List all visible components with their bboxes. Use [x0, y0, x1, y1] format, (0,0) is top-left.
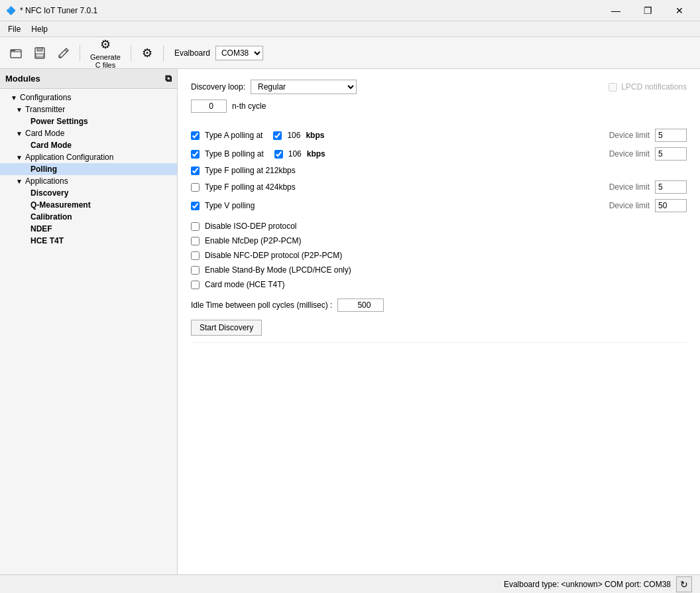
type-b-row: Type B polling at 106 kbps Device limit	[191, 147, 687, 161]
type-b-freq-value: 106	[288, 149, 302, 159]
toolbar-sep-2	[131, 45, 131, 61]
type-a-kbps: kbps	[306, 131, 325, 140]
sidebar-item-power-settings[interactable]: Power Settings	[0, 115, 177, 127]
generate-line1: Generate	[90, 53, 121, 61]
type-f-212-label: Type F polling at 212kbps	[205, 166, 296, 175]
window-title: * NFC IoT Tuner 7.0.1	[20, 6, 601, 15]
disable-iso-dep-label: Disable ISO-DEP protocol	[205, 222, 297, 231]
disable-nfc-dep-label: Disable NFC-DEP protocol (P2P-PCM)	[205, 251, 342, 260]
discovery-loop-section: Discovery loop: Regular Advanced n-th cy…	[191, 80, 357, 122]
type-a-checkbox[interactable]	[191, 131, 200, 140]
lpcd-checkbox[interactable]	[609, 83, 617, 92]
settings-button[interactable]: ⚙	[137, 42, 158, 64]
card-mode-hce-label: Card mode (HCE T4T)	[205, 280, 284, 289]
type-b-checkbox[interactable]	[191, 150, 200, 159]
card-mode-hce-row: Card mode (HCE T4T)	[191, 280, 687, 289]
sidebar-item-calibration[interactable]: Calibration	[0, 211, 177, 223]
type-b-device-limit-label: Device limit	[609, 149, 650, 159]
restore-button[interactable]: ❐	[632, 0, 663, 21]
type-f-212-checkbox[interactable]	[191, 166, 200, 175]
disable-nfc-dep-row: Disable NFC-DEP protocol (P2P-PCM)	[191, 251, 687, 260]
sidebar-item-polling[interactable]: Polling	[0, 163, 177, 175]
sidebar: Modules ⧉ ▼ Configurations ▼ Transmitter…	[0, 69, 178, 574]
expand-arrow-icon: ▼	[11, 94, 17, 101]
minimize-button[interactable]: —	[601, 0, 631, 21]
enable-nfcdep-label: Enable NfcDep (P2P-PCM)	[205, 236, 301, 245]
sidebar-collapse-icon[interactable]: ⧉	[165, 73, 172, 84]
open-button[interactable]	[5, 42, 27, 64]
generate-line2: C files	[95, 61, 116, 69]
app-icon: 🔷	[5, 5, 16, 16]
sidebar-header: Modules ⧉	[0, 69, 177, 89]
type-b-kbps: kbps	[307, 149, 327, 159]
content-inner: Discovery loop: Regular Advanced n-th cy…	[178, 69, 700, 574]
toolbar: ⚙ Generate C files ⚙ Evalboard COM38 COM…	[0, 37, 700, 69]
sidebar-item-discovery[interactable]: Discovery	[0, 187, 177, 199]
window-controls: — ❐ ✕	[601, 0, 695, 21]
type-b-freq-checkbox[interactable]	[274, 150, 283, 159]
sidebar-item-applications[interactable]: ▼ Applications	[0, 175, 177, 187]
sidebar-item-hce-t4t[interactable]: HCE T4T	[0, 235, 177, 247]
type-v-row: Type V polling Device limit	[191, 199, 687, 212]
toolbar-sep-3	[163, 45, 164, 61]
expand-arrow-icon: ▼	[16, 130, 23, 137]
enable-standby-label: Enable Stand-By Mode (LPCD/HCE only)	[205, 265, 351, 275]
type-f-424-checkbox[interactable]	[191, 183, 200, 192]
idle-time-input[interactable]	[337, 298, 384, 312]
svg-rect-4	[36, 54, 44, 57]
type-a-row: Type A polling at 106 kbps Device limit	[191, 129, 687, 142]
svg-line-5	[65, 50, 67, 52]
type-a-label: Type A polling at	[205, 131, 262, 140]
sidebar-item-transmitter[interactable]: ▼ Transmitter	[0, 103, 177, 115]
sidebar-item-app-config[interactable]: ▼ Application Configuration	[0, 151, 177, 163]
sidebar-item-configurations[interactable]: ▼ Configurations	[0, 92, 177, 103]
edit-button[interactable]	[53, 42, 74, 64]
idle-time-label: Idle Time between poll cycles (millisec)…	[191, 300, 332, 310]
sidebar-item-card-mode[interactable]: Card Mode	[0, 139, 177, 151]
card-mode-hce-checkbox[interactable]	[191, 281, 200, 289]
generate-c-files-button[interactable]: ⚙ Generate C files	[86, 35, 125, 71]
type-b-label: Type B polling at	[205, 149, 264, 159]
menu-help[interactable]: Help	[26, 23, 53, 35]
sidebar-item-q-measurement[interactable]: Q-Measurement	[0, 199, 177, 211]
sidebar-item-card-mode-parent[interactable]: ▼ Card Mode	[0, 127, 177, 139]
enable-nfcdep-row: Enable NfcDep (P2P-PCM)	[191, 236, 687, 245]
statusbar-text: Evalboard type: <unknown> COM port: COM3…	[504, 580, 671, 589]
disable-iso-dep-checkbox[interactable]	[191, 222, 200, 231]
main-layout: Modules ⧉ ▼ Configurations ▼ Transmitter…	[0, 69, 700, 574]
type-f-424-label: Type F polling at 424kbps	[205, 182, 296, 192]
type-b-device-limit-input[interactable]	[655, 147, 687, 161]
disable-nfc-dep-checkbox[interactable]	[191, 251, 200, 260]
lpcd-label: LPCD notifications	[621, 82, 687, 92]
sidebar-item-ndef[interactable]: NDEF	[0, 223, 177, 235]
discovery-loop-select[interactable]: Regular Advanced	[251, 80, 357, 94]
nth-cycle-label: n-th cycle	[232, 101, 266, 111]
type-f-424-device-limit-label: Device limit	[609, 182, 650, 192]
sidebar-tree: ▼ Configurations ▼ Transmitter Power Set…	[0, 89, 177, 249]
menu-file[interactable]: File	[3, 23, 26, 35]
type-f-424-device-limit-input[interactable]	[655, 180, 687, 194]
idle-time-row: Idle Time between poll cycles (millisec)…	[191, 298, 687, 312]
type-v-device-limit-input[interactable]	[655, 199, 687, 212]
type-v-label: Type V polling	[205, 201, 255, 210]
save-button[interactable]	[29, 42, 50, 64]
sidebar-title: Modules	[5, 74, 40, 84]
lpcd-section: LPCD notifications	[609, 82, 687, 92]
type-v-checkbox[interactable]	[191, 202, 200, 210]
enable-nfcdep-checkbox[interactable]	[191, 237, 200, 245]
refresh-button[interactable]: ↻	[676, 576, 692, 592]
type-f-212-row: Type F polling at 212kbps	[191, 166, 687, 175]
type-a-device-limit-input[interactable]	[655, 129, 687, 142]
close-button[interactable]: ✕	[664, 0, 695, 21]
content-area: Discovery loop: Regular Advanced n-th cy…	[178, 69, 700, 574]
generate-icon: ⚙	[100, 37, 111, 52]
expand-arrow-icon: ▼	[16, 178, 23, 185]
start-discovery-button[interactable]: Start Discovery	[191, 320, 262, 336]
statusbar: Evalboard type: <unknown> COM port: COM3…	[0, 574, 700, 593]
type-a-freq-value: 106	[287, 131, 300, 140]
type-a-freq-checkbox[interactable]	[273, 131, 282, 140]
evalboard-select[interactable]: COM38 COM1 COM2 COM3	[215, 46, 263, 60]
enable-standby-checkbox[interactable]	[191, 266, 200, 275]
output-area	[191, 342, 687, 475]
nth-cycle-input[interactable]	[191, 99, 227, 113]
